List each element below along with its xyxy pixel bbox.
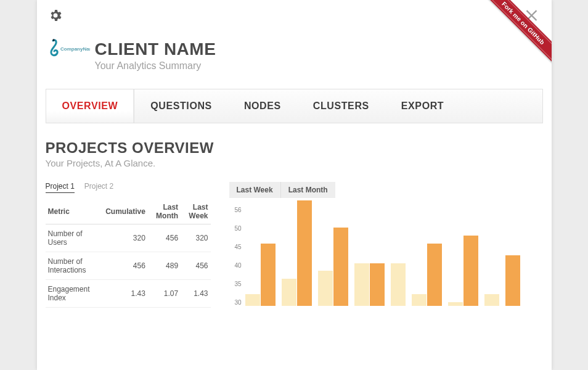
bar-last-month [297, 200, 312, 306]
metric-label: Engagement Index [46, 280, 104, 308]
company-logo: CompanyName [46, 37, 91, 60]
table-row: Number of Users 320 456 320 [46, 224, 211, 252]
bar-last-month [333, 228, 348, 306]
metric-label: Number of Users [46, 224, 104, 252]
bar-last-week [391, 263, 406, 306]
toggle-last-month[interactable]: Last Month [281, 182, 335, 198]
col-last-week: Last Week [181, 199, 210, 224]
metric-last-month: 489 [148, 252, 181, 280]
metric-last-week: 456 [181, 252, 210, 280]
metric-label: Number of Interactions [46, 252, 104, 280]
ytick: 45 [229, 244, 242, 250]
ytick: 30 [229, 299, 242, 306]
bar-chart: 56 50 45 40 35 30 [229, 204, 543, 306]
bar-last-month [505, 255, 520, 306]
tab-nodes[interactable]: NODES [228, 89, 297, 123]
col-cumulative: Cumulative [103, 199, 148, 224]
project-tab-1[interactable]: Project 1 [46, 182, 75, 193]
bar-last-month [261, 244, 276, 306]
bar-group [282, 200, 312, 306]
tabbar: OVERVIEW QUESTIONS NODES CLUSTERS EXPORT [46, 89, 543, 123]
metric-last-week: 1.43 [181, 280, 210, 308]
bar-last-week [448, 302, 463, 306]
svg-point-0 [52, 39, 54, 41]
bar-last-week [282, 279, 296, 306]
bar-group [245, 244, 276, 306]
toggle-last-week[interactable]: Last Week [229, 182, 281, 198]
tab-overview[interactable]: OVERVIEW [46, 89, 135, 123]
metric-cumulative: 1.43 [103, 280, 148, 308]
col-metric: Metric [46, 199, 104, 224]
bar-group [484, 294, 499, 306]
bar-last-month [427, 244, 442, 306]
bar-last-week [354, 263, 369, 306]
metric-last-week: 320 [181, 224, 210, 252]
metric-last-month: 456 [148, 224, 181, 252]
metric-cumulative: 320 [103, 224, 148, 252]
bar-last-week [318, 271, 333, 306]
page-title: CLIENT NAME [95, 39, 216, 59]
bar-group [318, 228, 348, 306]
metric-cumulative: 456 [103, 252, 148, 280]
chart-toggle: Last Week Last Month [229, 182, 543, 198]
ytick: 35 [229, 281, 242, 287]
bar-group [505, 255, 520, 306]
metrics-table: Metric Cumulative Last Month Last Week N… [46, 199, 211, 308]
bar-group [391, 263, 406, 306]
gear-icon[interactable] [48, 8, 63, 25]
table-row: Engagement Index 1.43 1.07 1.43 [46, 280, 211, 308]
bar-group [412, 244, 442, 306]
bar-group [448, 236, 478, 306]
col-last-month: Last Month [148, 199, 181, 224]
bar-last-week [245, 294, 260, 306]
section-title: PROJECTS OVERVIEW [46, 139, 543, 157]
section-subtitle: Your Projects, At A Glance. [46, 158, 543, 168]
ytick: 50 [229, 225, 242, 232]
ytick: 40 [229, 262, 242, 269]
tab-clusters[interactable]: CLUSTERS [297, 89, 385, 123]
ytick: 56 [229, 207, 242, 213]
project-tab-2[interactable]: Project 2 [84, 182, 113, 193]
metric-last-month: 1.07 [148, 280, 181, 308]
bar-last-week [412, 294, 427, 306]
tab-questions[interactable]: QUESTIONS [134, 89, 228, 123]
bar-last-month [463, 236, 478, 306]
tab-export[interactable]: EXPORT [385, 89, 460, 123]
bar-group [354, 263, 385, 306]
project-tabs: Project 1 Project 2 [46, 182, 211, 193]
svg-text:CompanyName: CompanyName [60, 46, 90, 52]
table-row: Number of Interactions 456 489 456 [46, 252, 211, 280]
bar-last-month [370, 263, 385, 306]
bar-last-week [484, 294, 499, 306]
page-subtitle: Your Analytics Summary [95, 60, 216, 72]
